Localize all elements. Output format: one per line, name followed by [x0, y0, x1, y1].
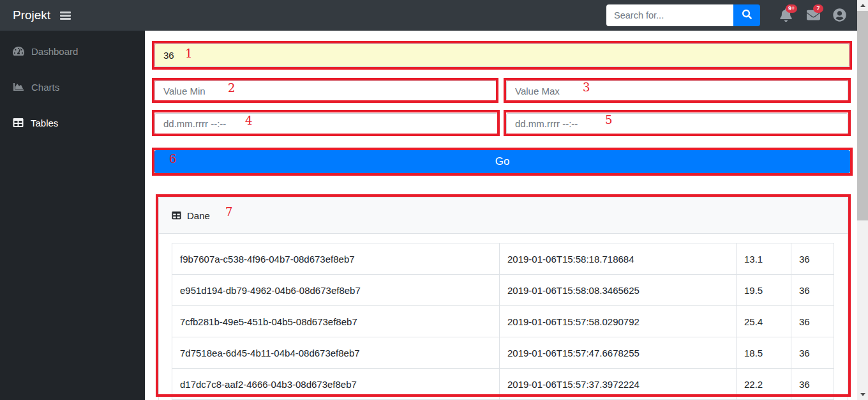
cell-sensor: 36: [791, 243, 834, 275]
table-row: 7d7518ea-6d45-4b11-04b4-08d673ef8eb7 201…: [172, 337, 834, 369]
cell-value: 19.5: [737, 275, 791, 306]
data-table: f9b7607a-c538-4f96-04b7-08d673ef8eb7 201…: [172, 243, 834, 400]
alerts-button[interactable]: 9+: [777, 6, 794, 24]
sidebar-item-label: Dashboard: [31, 46, 78, 57]
sidebar-item-charts[interactable]: Charts: [0, 72, 145, 102]
date-to-input[interactable]: [506, 113, 848, 134]
table-row: f9b7607a-c538-4f96-04b7-08d673ef8eb7 201…: [172, 243, 834, 275]
cell-sensor: 36: [791, 337, 834, 369]
cell-value: 22.2: [737, 369, 791, 400]
sidebar-item-tables[interactable]: Tables: [0, 107, 145, 138]
app-root: Projekt 9+ 7 Dashboard: [0, 0, 868, 400]
data-card: Dane f9b7607a-c538-4f96-04b7-08d673ef8eb…: [158, 197, 848, 400]
messages-badge: 7: [813, 4, 823, 13]
value-min-input[interactable]: [154, 81, 497, 101]
cell-value: 13.1: [737, 243, 791, 275]
cell-id: e951d194-db79-4962-04b6-08d673ef8eb7: [172, 275, 500, 306]
table-row: d17dc7c8-aaf2-4666-04b3-08d673ef8eb7 201…: [172, 369, 834, 400]
cell-sensor: 36: [791, 275, 834, 306]
sensor-number-input[interactable]: [154, 43, 849, 67]
card-body: f9b7607a-c538-4f96-04b7-08d673ef8eb7 201…: [159, 234, 848, 400]
tachometer-icon: [13, 46, 24, 56]
table-icon: [172, 211, 181, 220]
search-button[interactable]: [733, 4, 760, 26]
user-menu-button[interactable]: [831, 6, 848, 24]
vertical-scrollbar[interactable]: [857, 0, 868, 400]
cell-sensor: 36: [791, 306, 834, 337]
cell-sensor: 36: [791, 369, 834, 400]
chart-area-icon: [13, 82, 24, 92]
search-icon: [742, 10, 752, 21]
date-from-input[interactable]: [154, 113, 498, 134]
cell-id: 7cfb281b-49e5-451b-04b5-08d673ef8eb7: [172, 306, 500, 337]
messages-button[interactable]: 7: [805, 6, 821, 24]
go-button[interactable]: Go: [154, 150, 850, 173]
cell-value: 25.4: [737, 306, 791, 337]
top-navbar: Projekt 9+ 7: [0, 0, 857, 31]
card-title: Dane: [187, 210, 210, 221]
cell-timestamp: 2019-01-06T15:57:58.0290792: [500, 306, 737, 337]
sidebar-item-label: Tables: [31, 118, 58, 128]
value-max-input[interactable]: [506, 81, 848, 101]
scroll-up-arrow[interactable]: [857, 0, 868, 11]
cell-timestamp: 2019-01-06T15:58:08.3465625: [500, 275, 737, 306]
card-header: Dane: [159, 197, 848, 234]
search-bar: [606, 4, 760, 26]
cell-id: d17dc7c8-aaf2-4666-04b3-08d673ef8eb7: [172, 369, 500, 400]
table-icon: [13, 118, 24, 128]
table-row: e951d194-db79-4962-04b6-08d673ef8eb7 201…: [172, 275, 834, 306]
sidebar-item-dashboard[interactable]: Dashboard: [0, 36, 145, 66]
alerts-badge: 9+: [786, 4, 797, 13]
cell-value: 18.5: [737, 337, 791, 369]
brand-title: Projekt: [13, 0, 50, 31]
scrollbar-thumb[interactable]: [857, 11, 868, 220]
table-row: 7cfb281b-49e5-451b-04b5-08d673ef8eb7 201…: [172, 306, 834, 337]
search-input[interactable]: [606, 4, 733, 26]
cell-id: f9b7607a-c538-4f96-04b7-08d673ef8eb7: [172, 243, 500, 275]
user-circle-icon: [833, 8, 846, 22]
cell-id: 7d7518ea-6d45-4b11-04b4-08d673ef8eb7: [172, 337, 500, 369]
menu-toggle-icon[interactable]: [60, 12, 71, 20]
cell-timestamp: 2019-01-06T15:58:18.718684: [500, 243, 737, 275]
cell-timestamp: 2019-01-06T15:57:47.6678255: [500, 337, 737, 369]
sidebar-item-label: Charts: [31, 82, 59, 93]
sidebar: Dashboard Charts Tables: [0, 31, 145, 400]
scroll-down-arrow[interactable]: [857, 389, 868, 400]
cell-timestamp: 2019-01-06T15:57:37.3972224: [500, 369, 737, 400]
